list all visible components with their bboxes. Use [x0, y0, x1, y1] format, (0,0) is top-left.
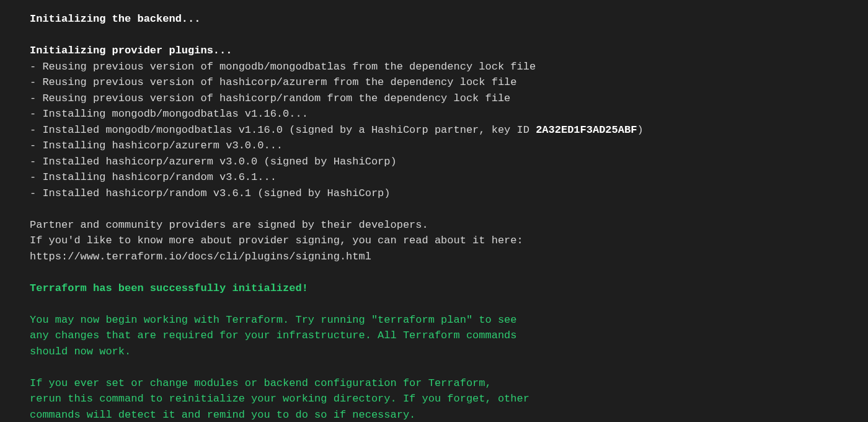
advice-line-1: You may now begin working with Terraform…	[30, 312, 838, 328]
key-id-value: 2A32ED1F3AD25ABF	[536, 124, 637, 136]
install-azurerm-line: - Installing hashicorp/azurerm v3.0.0...	[30, 138, 838, 154]
init-backend-heading: Initializing the backend...	[30, 11, 838, 27]
installed-mongodb-line: - Installed mongodb/mongodbatlas v1.16.0…	[30, 122, 838, 138]
success-message: Terraform has been successfully initiali…	[30, 281, 838, 297]
installed-mongodb-suffix: )	[637, 124, 643, 136]
installed-azurerm-line: - Installed hashicorp/azurerm v3.0.0 (si…	[30, 154, 838, 170]
blank-line	[30, 359, 838, 375]
advice-line-4: If you ever set or change modules or bac…	[30, 375, 838, 392]
advice-line-3: should now work.	[30, 344, 838, 360]
installed-random-line: - Installed hashicorp/random v3.6.1 (sig…	[30, 186, 838, 202]
init-plugins-heading: Initializing provider plugins...	[30, 43, 838, 59]
blank-line	[30, 264, 838, 281]
installed-mongodb-prefix: - Installed mongodb/mongodbatlas v1.16.0…	[30, 124, 536, 136]
install-mongodb-line: - Installing mongodb/mongodbatlas v1.16.…	[30, 106, 838, 122]
blank-line	[30, 27, 838, 43]
advice-line-6: commands will detect it and remind you t…	[30, 407, 838, 423]
reuse-mongodb-line: - Reusing previous version of mongodb/mo…	[30, 59, 838, 75]
partner-signing-line-2: If you'd like to know more about provide…	[30, 233, 838, 249]
signing-docs-url: https://www.terraform.io/docs/cli/plugin…	[30, 249, 838, 265]
advice-line-2: any changes that are required for your i…	[30, 328, 838, 344]
terminal-output: Initializing the backend... Initializing…	[30, 11, 838, 422]
install-random-line: - Installing hashicorp/random v3.6.1...	[30, 169, 838, 186]
reuse-azurerm-line: - Reusing previous version of hashicorp/…	[30, 74, 838, 91]
reuse-random-line: - Reusing previous version of hashicorp/…	[30, 91, 838, 107]
partner-signing-line-1: Partner and community providers are sign…	[30, 217, 838, 233]
blank-line	[30, 296, 838, 312]
advice-line-5: rerun this command to reinitialize your …	[30, 391, 838, 407]
blank-line	[30, 201, 838, 217]
